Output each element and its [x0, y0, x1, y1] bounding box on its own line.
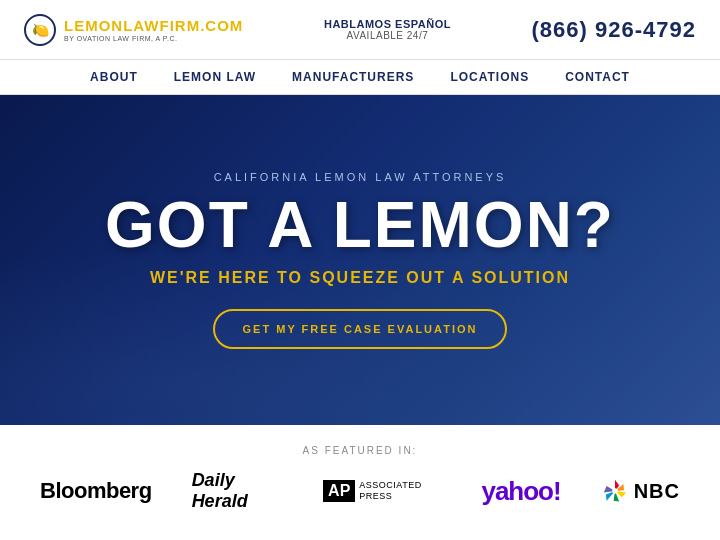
nbc-text: NBC	[634, 480, 680, 503]
featured-logos: Bloomberg Daily Herald AP ASSOCIATED PRE…	[40, 470, 680, 512]
featured-section: AS FEATURED IN: Bloomberg Daily Herald A…	[0, 425, 720, 528]
logo-text-block: LEMONLAWFIRM.com BY OVATION LAW FIRM, A …	[64, 17, 243, 42]
logo[interactable]: 🍋 LEMONLAWFIRM.com BY OVATION LAW FIRM, …	[24, 14, 243, 46]
site-header: 🍋 LEMONLAWFIRM.com BY OVATION LAW FIRM, …	[0, 0, 720, 60]
yahoo-logo: yahoo!	[481, 476, 560, 507]
ap-subtext: ASSOCIATED PRESS	[359, 480, 441, 502]
hero-content: CALIFORNIA LEMON LAW ATTORNEYS GOT A LEM…	[105, 171, 615, 349]
phone-number[interactable]: (866) 926-4792	[532, 17, 696, 43]
language-text: HABLAMOS ESPAÑOL	[324, 18, 451, 30]
daily-herald-logo: Daily Herald	[192, 470, 283, 512]
svg-point-6	[612, 488, 618, 494]
availability-text: AVAILABLE 24/7	[324, 30, 451, 41]
nav-manufacturers[interactable]: MANUFACTURERS	[292, 70, 414, 84]
nav-about[interactable]: ABOUT	[90, 70, 138, 84]
header-center: HABLAMOS ESPAÑOL AVAILABLE 24/7	[324, 18, 451, 41]
featured-label: AS FEATURED IN:	[40, 445, 680, 456]
hero-section: CALIFORNIA LEMON LAW ATTORNEYS GOT A LEM…	[0, 95, 720, 425]
hero-title: GOT A LEMON?	[105, 193, 615, 257]
nbc-peacock-icon	[601, 477, 629, 505]
logo-name: LEMONLAWFIRM.com	[64, 17, 243, 34]
hero-tagline: WE'RE HERE TO SQUEEZE OUT A SOLUTION	[105, 269, 615, 287]
logo-name-text: LEMONLAWFIRM	[64, 17, 200, 34]
bloomberg-logo: Bloomberg	[40, 478, 152, 504]
ap-box: AP	[323, 480, 355, 502]
nav-lemon-law[interactable]: LEMON LAW	[174, 70, 256, 84]
cta-button[interactable]: GET MY FREE CASE EVALUATION	[213, 309, 508, 349]
nbc-logo: NBC	[601, 477, 680, 505]
main-nav: ABOUT LEMON LAW MANUFACTURERS LOCATIONS …	[0, 60, 720, 95]
ap-logo: AP ASSOCIATED PRESS	[323, 480, 441, 502]
logo-sub: BY OVATION LAW FIRM, A P.C.	[64, 35, 243, 42]
hero-subtitle: CALIFORNIA LEMON LAW ATTORNEYS	[105, 171, 615, 183]
nav-locations[interactable]: LOCATIONS	[450, 70, 529, 84]
logo-suffix: .com	[200, 17, 243, 34]
logo-icon: 🍋	[24, 14, 56, 46]
nav-contact[interactable]: CONTACT	[565, 70, 630, 84]
